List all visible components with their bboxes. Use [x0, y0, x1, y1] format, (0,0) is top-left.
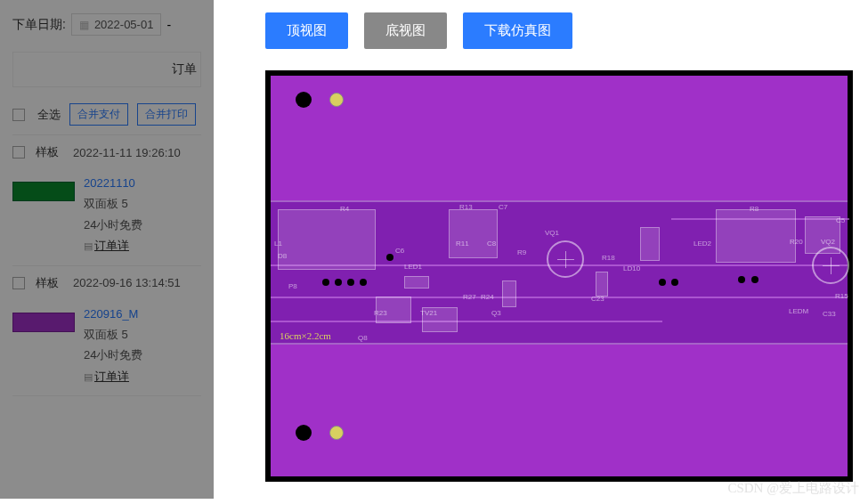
board-dimension: 16cm×2.2cm — [280, 330, 331, 341]
via — [360, 279, 367, 286]
top-view-button[interactable]: 顶视图 — [265, 12, 348, 49]
ref-des: VQ2 — [821, 238, 835, 246]
ref-des: TV21 — [420, 309, 437, 317]
trace — [271, 321, 662, 322]
ref-des: R27 — [463, 293, 476, 301]
component-pad — [502, 280, 516, 307]
via — [347, 279, 354, 286]
ref-des: P8 — [288, 282, 297, 290]
ref-des: Q3 — [491, 309, 501, 317]
trace — [271, 297, 848, 298]
ref-des: R8 — [750, 205, 758, 213]
component-pad — [596, 272, 608, 297]
via — [386, 254, 393, 261]
ref-des: C8 — [487, 240, 496, 248]
ref-des: R4 — [340, 205, 349, 213]
ref-des: C6 — [395, 247, 404, 255]
ref-des: LED2 — [694, 240, 711, 248]
component-pad — [404, 276, 429, 289]
ref-des: R15 — [835, 292, 848, 300]
bottom-view-button[interactable]: 底视图 — [364, 12, 447, 49]
ref-des: R9 — [517, 248, 526, 256]
component-ic — [716, 209, 796, 263]
ref-des: R24 — [481, 293, 494, 301]
modal-backdrop — [0, 0, 214, 499]
mounting-hole — [296, 425, 312, 441]
via — [659, 279, 666, 286]
ref-des: C23 — [591, 295, 604, 303]
pcb-board: R4 R8 R13 C7 R11 C8 LED1 LED2 R20 VQ2 C5… — [271, 76, 848, 476]
capacitor-icon — [812, 247, 849, 284]
ref-des: R20 — [790, 238, 803, 246]
watermark: CSDN @爱上电路设计 — [727, 480, 859, 497]
mounting-hole — [329, 93, 344, 107]
main-content: 顶视图 底视图 下载仿真图 — [265, 12, 853, 482]
ref-des: C33 — [823, 310, 836, 318]
ref-des: VQ1 — [545, 229, 559, 237]
download-sim-button[interactable]: 下载仿真图 — [463, 12, 572, 49]
ref-des: L1 — [274, 240, 282, 248]
ref-des: LEDM — [789, 307, 808, 315]
component-ic — [278, 209, 376, 270]
ref-des: LD10 — [623, 264, 640, 272]
ref-des: R11 — [456, 240, 469, 248]
mounting-hole — [329, 426, 344, 440]
component-pad — [449, 209, 498, 258]
component-pad — [640, 227, 660, 261]
via — [738, 276, 745, 283]
ref-des: Q8 — [358, 334, 368, 342]
ref-des: C7 — [499, 203, 507, 211]
mounting-hole — [296, 92, 312, 108]
capacitor-icon — [547, 240, 584, 278]
via — [322, 279, 329, 286]
ref-des: D8 — [278, 252, 287, 260]
ref-des: R13 — [459, 203, 473, 211]
ref-des: R23 — [374, 309, 387, 317]
via — [751, 276, 758, 283]
via — [671, 279, 678, 286]
ref-des: C5 — [836, 216, 845, 224]
pcb-viewer[interactable]: R4 R8 R13 C7 R11 C8 LED1 LED2 R20 VQ2 C5… — [265, 70, 853, 482]
view-buttons: 顶视图 底视图 下载仿真图 — [265, 12, 853, 49]
ref-des: R18 — [602, 254, 615, 262]
ref-des: LED1 — [404, 263, 422, 271]
via — [335, 279, 342, 286]
